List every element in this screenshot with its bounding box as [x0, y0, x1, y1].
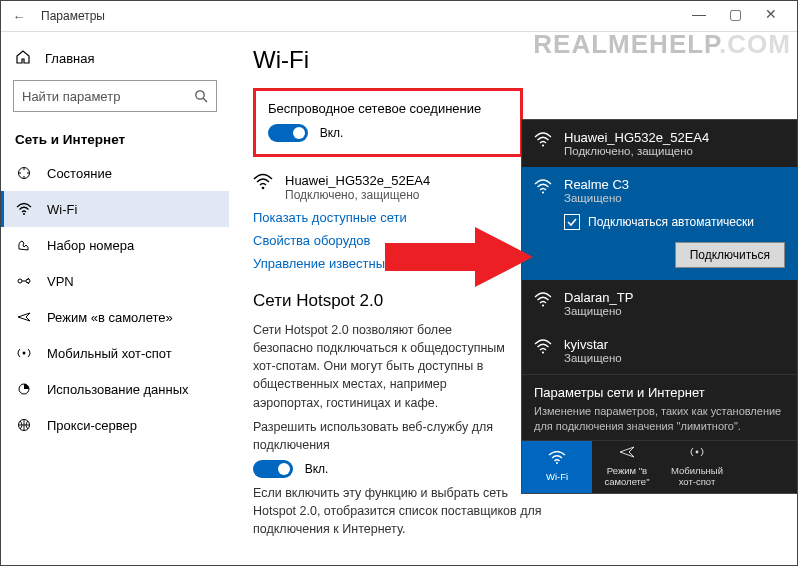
minimize-button[interactable]: — [681, 6, 717, 26]
sidebar: Главная Найти параметр Сеть и Интернет С… [1, 32, 229, 566]
sidebar-item-status[interactable]: Состояние [1, 155, 229, 191]
sidebar-item-label: Режим «в самолете» [47, 310, 173, 325]
section-title: Сеть и Интернет [1, 122, 229, 155]
sidebar-item-label: VPN [47, 274, 74, 289]
sidebar-item-label: Использование данных [47, 382, 189, 397]
search-placeholder: Найти параметр [22, 89, 120, 104]
connect-button[interactable]: Подключиться [675, 242, 785, 268]
network-status: Подключено, защищено [285, 188, 430, 202]
annotation-arrow [385, 223, 535, 291]
sidebar-item-vpn[interactable]: VPN [1, 263, 229, 299]
sidebar-item-label: Прокси-сервер [47, 418, 137, 433]
network-name: Dalaran_TP [564, 290, 633, 305]
hotspot-desc: Сети Hotspot 2.0 позволяют более безопас… [253, 321, 513, 412]
wifi-icon [15, 201, 33, 217]
svg-point-7 [23, 352, 26, 355]
svg-marker-11 [385, 227, 533, 287]
dialup-icon [15, 237, 33, 253]
wireless-toggle-highlight: Беспроводное сетевое соединение Вкл. [253, 88, 523, 157]
wifi-icon [534, 292, 554, 308]
wireless-toggle-state: Вкл. [320, 126, 344, 140]
hotspot-toggle-state: Вкл. [305, 462, 329, 476]
sidebar-item-label: Набор номера [47, 238, 134, 253]
proxy-icon [15, 417, 33, 433]
hotspot-p2: Если включить эту функцию и выбрать сеть… [253, 484, 553, 538]
svg-point-0 [196, 91, 204, 99]
data-usage-icon [15, 381, 33, 397]
wifi-icon [253, 173, 275, 191]
flyout-network[interactable]: Huawei_HG532e_52EA4 Подключено, защищено [522, 120, 797, 167]
svg-point-13 [542, 191, 544, 193]
hotspot-toggle[interactable] [253, 460, 293, 478]
sidebar-item-label: Мобильный хот-спот [47, 346, 172, 361]
search-input[interactable]: Найти параметр [13, 80, 217, 112]
airplane-icon [15, 309, 33, 325]
wifi-icon [548, 451, 566, 469]
quick-wifi[interactable]: Wi-Fi [522, 441, 592, 493]
vpn-icon [15, 273, 33, 289]
svg-point-17 [696, 451, 699, 454]
network-status: Подключено, защищено [564, 145, 709, 157]
quick-airplane[interactable]: Режим "в самолете" [592, 441, 662, 493]
sidebar-item-label: Wi-Fi [47, 202, 77, 217]
maximize-button[interactable]: ▢ [717, 6, 753, 26]
wifi-icon [534, 339, 554, 355]
sidebar-item-airplane[interactable]: Режим «в самолете» [1, 299, 229, 335]
watermark: REALMEHELP.COM [533, 29, 791, 60]
network-flyout: Huawei_HG532e_52EA4 Подключено, защищено… [521, 119, 798, 494]
quick-label: Режим "в самолете" [595, 466, 659, 488]
sidebar-item-dialup[interactable]: Набор номера [1, 227, 229, 263]
hotspot-icon [688, 445, 706, 463]
svg-point-10 [262, 187, 265, 190]
network-status: Защищено [564, 305, 633, 317]
network-status: Защищено [564, 352, 622, 364]
svg-line-1 [203, 98, 207, 102]
svg-point-14 [542, 304, 544, 306]
svg-point-16 [556, 462, 558, 464]
sidebar-item-label: Состояние [47, 166, 112, 181]
network-status: Защищено [564, 192, 629, 204]
hotspot-allow: Разрешить использовать веб-службу для по… [253, 418, 513, 454]
svg-point-15 [542, 351, 544, 353]
svg-point-4 [18, 279, 22, 283]
airplane-icon [618, 445, 636, 463]
titlebar: ← Параметры — ▢ ✕ [1, 1, 797, 32]
network-name: Huawei_HG532e_52EA4 [564, 130, 709, 145]
network-name: Realme C3 [564, 177, 629, 192]
flyout-settings-link[interactable]: Параметры сети и Интернет Изменение пара… [522, 374, 797, 440]
wireless-label: Беспроводное сетевое соединение [268, 101, 508, 116]
status-icon [15, 165, 33, 181]
wifi-icon [534, 179, 554, 195]
sidebar-item-wifi[interactable]: Wi-Fi [1, 191, 229, 227]
search-icon [194, 89, 208, 103]
svg-point-12 [542, 144, 544, 146]
flyout-network[interactable]: kyivstar Защищено [522, 327, 797, 374]
network-name: Huawei_HG532e_52EA4 [285, 173, 430, 188]
auto-connect-label: Подключаться автоматически [588, 215, 754, 229]
home-label: Главная [45, 51, 94, 66]
close-button[interactable]: ✕ [753, 6, 789, 26]
window-title: Параметры [41, 9, 105, 23]
quick-label: Мобильный хот-спот [665, 466, 729, 488]
flyout-network[interactable]: Dalaran_TP Защищено [522, 280, 797, 327]
checkbox-icon [564, 214, 580, 230]
hotspot-icon [15, 345, 33, 361]
flyout-settings-title: Параметры сети и Интернет [534, 385, 785, 400]
auto-connect-row[interactable]: Подключаться автоматически [564, 214, 754, 230]
network-name: kyivstar [564, 337, 622, 352]
home-icon [15, 50, 33, 66]
sidebar-item-proxy[interactable]: Прокси-сервер [1, 407, 229, 443]
flyout-settings-desc: Изменение параметров, таких как установл… [534, 404, 785, 434]
flyout-network-selected[interactable]: Realme C3 Защищено Подключаться автомати… [522, 167, 797, 280]
home-button[interactable]: Главная [1, 42, 229, 74]
sidebar-item-hotspot[interactable]: Мобильный хот-спот [1, 335, 229, 371]
back-button[interactable]: ← [9, 9, 29, 24]
quick-label: Wi-Fi [546, 472, 568, 483]
flyout-quickbar: Wi-Fi Режим "в самолете" Мобильный хот-с… [522, 440, 797, 493]
quick-hotspot[interactable]: Мобильный хот-спот [662, 441, 732, 493]
svg-point-3 [23, 213, 25, 215]
wifi-icon [534, 132, 554, 148]
sidebar-item-data-usage[interactable]: Использование данных [1, 371, 229, 407]
wireless-toggle[interactable] [268, 124, 308, 142]
